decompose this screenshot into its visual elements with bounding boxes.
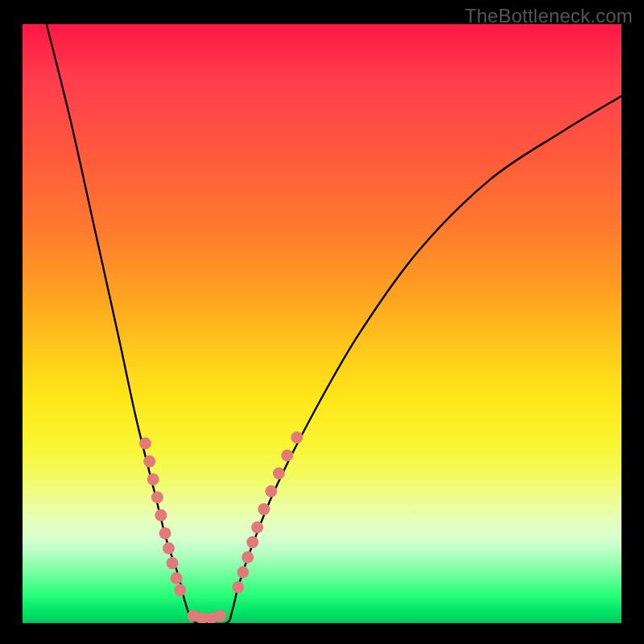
scatter-dot <box>188 610 200 622</box>
plot-area <box>23 24 621 623</box>
scatter-dots <box>139 431 303 623</box>
scatter-dot <box>237 566 249 578</box>
scatter-dot <box>174 584 186 597</box>
scatter-dot <box>242 551 254 564</box>
chart-frame: TheBottleneck.com <box>0 0 644 644</box>
scatter-dot <box>281 449 293 461</box>
bottleneck-curve <box>47 24 621 623</box>
scatter-dot <box>151 491 163 503</box>
scatter-dot <box>147 473 159 485</box>
scatter-dot <box>196 613 208 624</box>
scatter-dot <box>273 468 285 480</box>
scatter-dot <box>155 510 167 522</box>
chart-svg <box>23 24 621 623</box>
scatter-dot <box>205 613 217 624</box>
scatter-dot <box>171 572 183 584</box>
scatter-dot <box>258 503 270 515</box>
scatter-dot <box>159 527 171 539</box>
scatter-dot <box>214 610 226 622</box>
scatter-dot <box>143 456 155 468</box>
scatter-dot <box>163 543 175 555</box>
scatter-dot <box>139 437 151 449</box>
scatter-dot <box>265 485 277 497</box>
scatter-dot <box>291 431 303 444</box>
scatter-dot <box>246 536 258 548</box>
scatter-dot <box>232 581 244 593</box>
scatter-dot <box>167 557 179 569</box>
scatter-dot <box>251 522 263 534</box>
